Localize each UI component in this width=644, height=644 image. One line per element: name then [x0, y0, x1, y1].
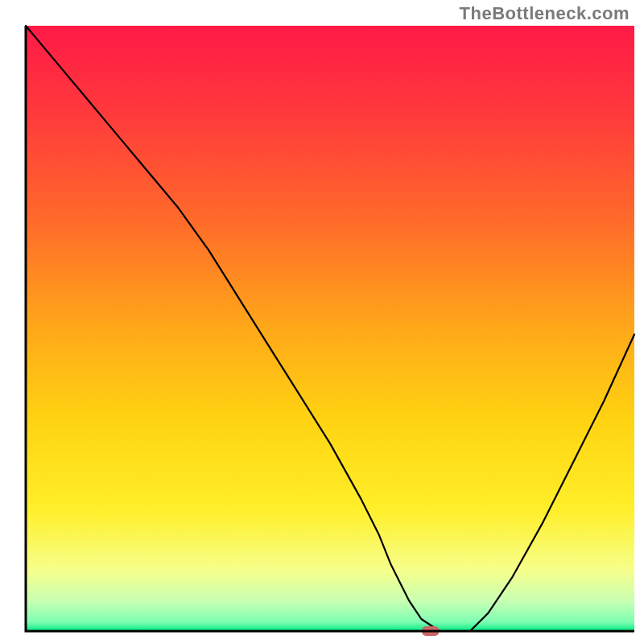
- bottleneck-chart: [0, 0, 644, 644]
- chart-container: TheBottleneck.com: [0, 0, 644, 644]
- watermark-label: TheBottleneck.com: [460, 3, 630, 24]
- plot-background: [26, 26, 634, 631]
